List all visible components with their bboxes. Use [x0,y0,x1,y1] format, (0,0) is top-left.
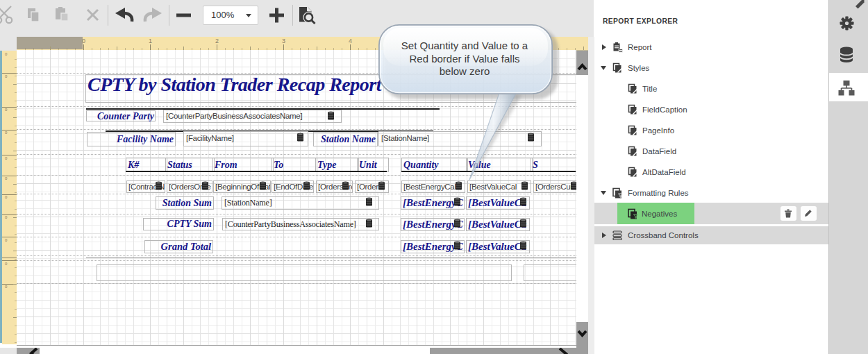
svg-text:below zero: below zero [440,65,490,77]
svg-text:Red border if Value falls: Red border if Value falls [410,53,520,65]
svg-text:Set Quantity and Value to a: Set Quantity and Value to a [401,40,528,51]
